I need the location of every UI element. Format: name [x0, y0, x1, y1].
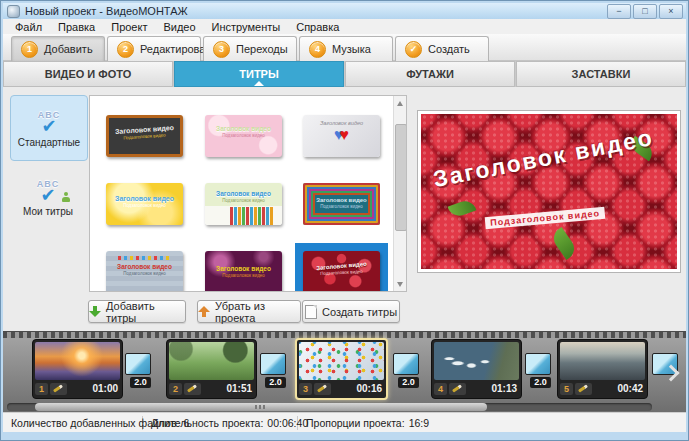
menu-item-project[interactable]: Проект [103, 21, 155, 33]
template-thumbnail-yellow-hearts[interactable]: Заголовок видео Подзаголовок видео [106, 183, 183, 225]
sub-tab-bar: ВИДЕО И ФОТО ТИТРЫ ФУТАЖИ ЗАСТАВКИ [3, 61, 686, 87]
grid-scrollbar[interactable] [393, 96, 406, 291]
leaf-icon [448, 198, 477, 219]
tab-step-transitions[interactable]: 3 Переходы [203, 36, 297, 61]
edit-pencil-icon[interactable] [449, 383, 466, 395]
tab-step-music[interactable]: 4 Музыка [299, 36, 393, 61]
template-title: Заголовок видео [205, 265, 282, 272]
menu-item-help[interactable]: Справка [288, 21, 347, 33]
clip-duration: 00:42 [617, 383, 645, 394]
step-label: Создать [428, 43, 470, 55]
timeline-transition[interactable]: 2.0 [125, 353, 151, 388]
template-thumbnail-denim[interactable]: Заголовок видео Подзаголовок видео [106, 251, 183, 292]
step-label: Музыка [332, 43, 371, 55]
menu-item-file[interactable]: Файл [7, 21, 50, 33]
menu-item-tools[interactable]: Инструменты [204, 21, 289, 33]
tab-step-add[interactable]: 1 Добавить [11, 36, 105, 61]
abc-user-icon: ABC ✔ [37, 177, 60, 203]
template-subtitle: Подзаголовок видео [205, 133, 282, 138]
timeline-scrollbar-thumb[interactable] [35, 403, 487, 411]
clip-thumbnail-swans [434, 342, 519, 380]
abc-check-icon: ABC ✔ [38, 108, 61, 134]
clip-info-bar: 4 01:13 [434, 382, 519, 395]
edit-pencil-icon[interactable] [314, 383, 331, 395]
maximize-button[interactable]: □ [633, 4, 657, 19]
step-label: Переходы [236, 43, 288, 55]
remove-from-project-label: Убрать из проекта [215, 300, 300, 324]
create-titles-button[interactable]: Создать титры [302, 300, 400, 323]
transition-icon [393, 353, 419, 375]
template-thumbnail-pink-floral[interactable]: Заголовок видео Подзаголовок видео [205, 115, 282, 157]
minimize-button[interactable]: − [607, 4, 631, 19]
timeline-transition[interactable]: 2.0 [260, 353, 286, 388]
status-duration-label: Длительность проекта: [151, 417, 263, 429]
timeline-clip-5[interactable]: 5 00:42 [557, 339, 648, 399]
tab-footage[interactable]: ФУТАЖИ [345, 61, 515, 87]
tab-titles[interactable]: ТИТРЫ [174, 61, 344, 87]
template-subtitle: Подзаголовок видео [303, 204, 380, 209]
remove-from-project-button[interactable]: Убрать из проекта [197, 300, 301, 323]
title-preview-frame: Заголовок видео Подзаголовок видео [417, 110, 681, 273]
main-content: ABC ✔ Стандартные ABC ✔ Мои титры Заголо… [3, 87, 686, 331]
transition-duration: 2.0 [530, 377, 551, 388]
clip-info-bar: 1 01:00 [35, 382, 120, 395]
timeline-scrollbar[interactable] [7, 403, 652, 411]
clip-thumbnail-confetti [299, 342, 384, 380]
status-proportions: Пропорции проекта: 16:9 [298, 416, 686, 430]
transition-icon [525, 353, 551, 375]
grid-scrollbar-thumb[interactable] [395, 124, 407, 231]
timeline-clip-4[interactable]: 4 01:13 [431, 339, 522, 399]
close-button[interactable]: × [659, 4, 683, 19]
clip-duration: 00:16 [356, 383, 384, 394]
timeline-transition[interactable]: 2.0 [393, 353, 419, 388]
timeline: 1 01:00 2.0 2 01:51 2.0 3 00:16 2.0 [3, 331, 686, 412]
user-icon [61, 192, 70, 202]
template-title: Заголовок видео [205, 190, 282, 197]
template-thumbnail-rainbow-scribble[interactable]: Заголовок видео Подзаголовок видео [303, 183, 380, 225]
sidebar-item-standard-titles[interactable]: ABC ✔ Стандартные [10, 95, 88, 161]
tab-step-edit[interactable]: 2 Редактировать [107, 36, 201, 61]
check-badge-icon: ✓ [405, 41, 422, 58]
step-4-badge: 4 [309, 41, 326, 58]
tab-intros[interactable]: ЗАСТАВКИ [516, 61, 686, 87]
menu-item-edit[interactable]: Правка [50, 21, 103, 33]
clip-duration: 01:51 [226, 383, 254, 394]
transition-icon [125, 353, 151, 375]
preview-subtitle-text: Подзаголовок видео [485, 206, 606, 228]
template-thumbnail-chalkboard[interactable]: Заголовок видео Подзаголовок видео [106, 115, 183, 157]
menu-item-video[interactable]: Видео [155, 21, 203, 33]
next-clips-arrow[interactable] [661, 356, 683, 390]
template-thumbnail-hearts[interactable]: Заголовок видео ♥♥ [303, 115, 380, 157]
status-files: Количество добавленных файлов: 6 [3, 416, 143, 430]
clip-number: 3 [299, 383, 312, 395]
sidebar-item-label: Стандартные [18, 137, 80, 148]
timeline-transition[interactable]: 2.0 [525, 353, 551, 388]
edit-pencil-icon[interactable] [50, 383, 67, 395]
tab-video-photo[interactable]: ВИДЕО И ФОТО [3, 61, 173, 87]
timeline-clip-2[interactable]: 2 01:51 [166, 339, 257, 399]
clip-thumbnail-picnic [169, 342, 254, 380]
scroll-down-arrow-icon[interactable] [394, 277, 407, 291]
step-label: Добавить [44, 43, 93, 55]
edit-pencil-icon[interactable] [184, 383, 201, 395]
transition-duration: 2.0 [130, 377, 151, 388]
template-thumbnail-purple-flower[interactable]: Заголовок видео Подзаголовок видео [205, 251, 282, 292]
orange-up-arrow-icon [198, 306, 210, 317]
step-2-badge: 2 [117, 41, 134, 58]
clip-duration: 01:13 [491, 383, 519, 394]
sidebar-item-my-titles[interactable]: ABC ✔ Мои титры [10, 165, 86, 229]
template-thumbnail-raspberry[interactable]: Заголовок видео Подзаголовок видео [303, 251, 380, 292]
timeline-clip-1[interactable]: 1 01:00 [32, 339, 123, 399]
scroll-up-arrow-icon[interactable] [394, 96, 407, 110]
template-thumbnail-pencils[interactable]: Заголовок видео Подзаголовок видео [205, 183, 282, 225]
clip-number: 1 [35, 383, 48, 395]
edit-pencil-icon[interactable] [575, 383, 592, 395]
titlebar[interactable]: Новый проект - ВидеоМОНТАЖ − □ × [3, 3, 686, 19]
transition-icon [260, 353, 286, 375]
clip-duration: 01:00 [92, 383, 120, 394]
scrollbar-grip-icon [255, 405, 267, 409]
status-proportions-label: Пропорции проекта: [306, 417, 405, 429]
add-titles-button[interactable]: Добавить титры [88, 300, 186, 323]
tab-step-create[interactable]: ✓ Создать [395, 36, 489, 61]
timeline-clip-3-selected[interactable]: 3 00:16 [295, 338, 388, 400]
